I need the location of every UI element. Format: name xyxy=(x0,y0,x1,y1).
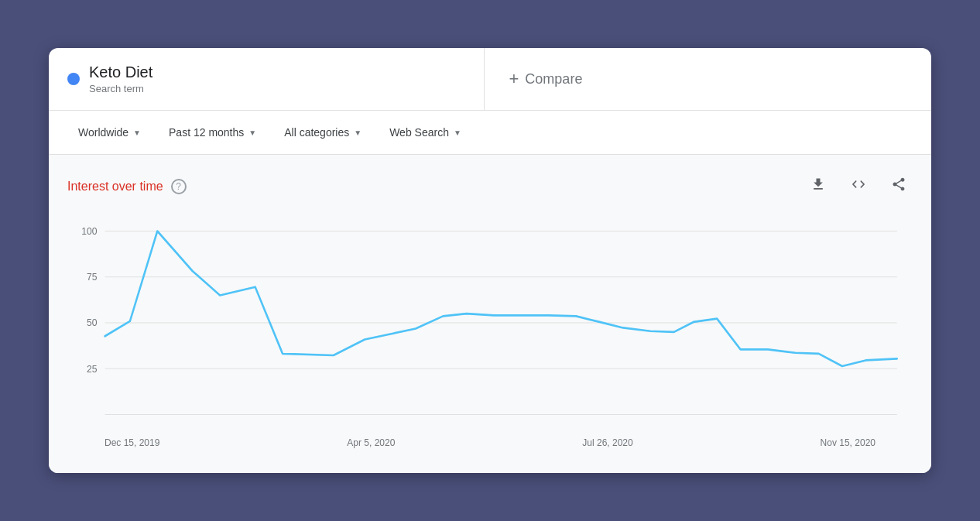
chart-section: Interest over time ? xyxy=(49,155,931,473)
svg-text:50: 50 xyxy=(87,317,98,328)
share-button[interactable] xyxy=(885,173,913,199)
region-filter[interactable]: Worldwide ▼ xyxy=(67,120,152,145)
chart-svg: 100 75 50 25 xyxy=(67,214,913,431)
compare-section[interactable]: + Compare xyxy=(485,48,932,110)
time-chevron-icon: ▼ xyxy=(248,129,256,137)
chart-title-area: Interest over time ? xyxy=(67,179,187,194)
x-label-4: Nov 15, 2020 xyxy=(821,437,875,448)
chart-title: Interest over time xyxy=(67,180,163,194)
search-term-info: Keto Diet Search term xyxy=(89,63,152,94)
x-label-2: Apr 5, 2020 xyxy=(347,437,395,448)
chart-container: 100 75 50 25 xyxy=(67,214,913,431)
region-filter-label: Worldwide xyxy=(78,126,128,139)
search-type-filter[interactable]: Web Search ▼ xyxy=(379,120,472,145)
compare-plus-icon: + xyxy=(509,69,519,89)
header: Keto Diet Search term + Compare xyxy=(49,48,931,111)
x-label-3: Jul 26, 2020 xyxy=(582,437,632,448)
embed-button[interactable] xyxy=(845,173,872,199)
download-button[interactable] xyxy=(804,173,832,199)
chart-line xyxy=(105,231,897,366)
category-filter-label: All categories xyxy=(284,126,349,139)
help-icon[interactable]: ? xyxy=(171,179,187,194)
search-term-dot xyxy=(67,73,80,85)
filters-bar: Worldwide ▼ Past 12 months ▼ All categor… xyxy=(49,111,931,155)
category-chevron-icon: ▼ xyxy=(354,129,362,137)
svg-text:25: 25 xyxy=(87,363,98,374)
svg-text:100: 100 xyxy=(81,226,97,237)
search-term-title: Keto Diet xyxy=(89,63,152,81)
category-filter[interactable]: All categories ▼ xyxy=(273,120,372,145)
region-chevron-icon: ▼ xyxy=(133,129,141,137)
search-type-chevron-icon: ▼ xyxy=(454,129,461,137)
search-term-section: Keto Diet Search term xyxy=(49,48,485,110)
time-filter-label: Past 12 months xyxy=(169,126,244,139)
chart-actions xyxy=(804,173,913,199)
chart-header: Interest over time ? xyxy=(67,173,913,199)
search-type-filter-label: Web Search xyxy=(389,126,449,139)
compare-label: Compare xyxy=(525,71,582,87)
x-labels: Dec 15, 2019 Apr 5, 2020 Jul 26, 2020 No… xyxy=(67,431,913,448)
svg-text:75: 75 xyxy=(87,272,98,283)
x-label-1: Dec 15, 2019 xyxy=(105,437,159,448)
time-filter[interactable]: Past 12 months ▼ xyxy=(158,120,267,145)
main-card: Keto Diet Search term + Compare Worldwid… xyxy=(49,48,931,473)
search-term-subtitle: Search term xyxy=(89,83,152,94)
